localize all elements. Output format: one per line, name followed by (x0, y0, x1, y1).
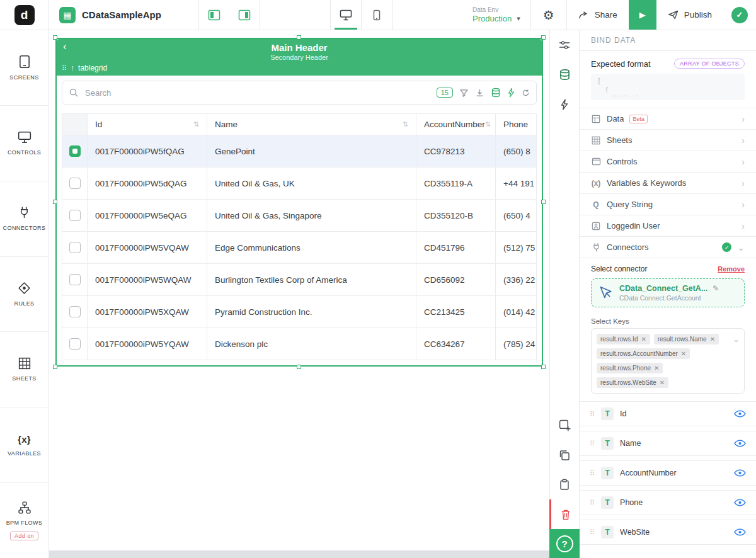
field-row-phone[interactable]: ⠿ T Phone (580, 490, 756, 515)
sidebar-item-variables[interactable]: {x} VARIABLES (0, 407, 49, 483)
sort-icon[interactable]: ⇅ (403, 120, 408, 128)
brand-logo[interactable]: d (0, 0, 49, 30)
resize-handle[interactable] (53, 200, 57, 204)
sidebar-item-connectors[interactable]: CONNECTORS (0, 181, 49, 257)
connector-card[interactable]: CData_Connect_GetA... ✎ CData Connect.Ge… (591, 278, 745, 307)
page-size-badge[interactable]: 15 (437, 88, 453, 98)
desktop-preview-button[interactable] (331, 0, 362, 30)
resize-handle[interactable] (53, 365, 57, 369)
row-checkbox[interactable] (69, 306, 81, 317)
remove-key-icon[interactable]: ✕ (654, 365, 659, 372)
bind-data-button[interactable] (549, 60, 580, 89)
row-checkbox[interactable] (69, 210, 81, 221)
drag-handle-icon[interactable]: ⠿ (590, 410, 595, 418)
remove-key-icon[interactable]: ✕ (681, 350, 686, 357)
eye-icon[interactable] (734, 440, 746, 447)
add-control-button[interactable] (549, 411, 580, 440)
drag-handle-icon[interactable]: ⠿ (590, 469, 595, 477)
control-label-row[interactable]: ⠿ ↑ tablegrid (57, 62, 542, 76)
table-row[interactable]: 0017F00000iPW5WQAW Burlington Textiles C… (62, 264, 537, 296)
publish-button[interactable]: Publish (656, 0, 723, 30)
resize-handle[interactable] (541, 35, 546, 40)
table-row[interactable]: 0017F00000iPW5YQAW Dickenson plc CC63426… (62, 328, 537, 360)
drag-handle-icon[interactable]: ⠿ (62, 64, 67, 72)
back-arrow-icon[interactable]: ‹ (63, 40, 67, 53)
design-canvas[interactable]: ‹ Main Header Secondary Header ⠿ ↑ table… (49, 30, 549, 550)
properties-button[interactable] (549, 30, 580, 60)
paste-button[interactable] (549, 470, 580, 499)
resize-handle[interactable] (297, 365, 301, 369)
remove-connector-link[interactable]: Remove (718, 265, 745, 273)
row-checkbox[interactable] (69, 145, 81, 157)
section-loggedin-user[interactable]: Loggedin User › (580, 215, 756, 236)
column-header-id[interactable]: Id⇅ (88, 114, 207, 135)
section-controls[interactable]: Controls › (580, 151, 756, 172)
resize-handle[interactable] (541, 365, 546, 369)
toggle-right-panel-icon[interactable] (229, 0, 260, 30)
sort-icon[interactable]: ⇅ (193, 120, 199, 128)
table-row[interactable]: 0017F00000iPW5VQAW Edge Communications C… (62, 232, 537, 264)
field-row-name[interactable]: ⠿ T Name (580, 431, 756, 456)
database-icon[interactable] (491, 88, 501, 98)
preview-play-button[interactable]: ▶ (629, 0, 656, 30)
column-header-phone[interactable]: Phone (496, 114, 537, 135)
help-button[interactable]: ? (549, 529, 580, 558)
resize-handle[interactable] (541, 200, 546, 204)
edit-pencil-icon[interactable]: ✎ (713, 284, 719, 293)
filter-icon[interactable] (459, 88, 469, 98)
eye-icon[interactable] (734, 410, 746, 418)
share-button[interactable]: Share (567, 0, 629, 30)
table-row[interactable]: 0017F00000iPW5fQAG GenePoint CC978213 (6… (62, 135, 537, 168)
tablegrid-control[interactable]: ‹ Main Header Secondary Header ⠿ ↑ table… (55, 38, 543, 367)
sort-icon[interactable]: ⇅ (485, 120, 491, 128)
field-row-accountnumber[interactable]: ⠿ T AccountNumber (580, 460, 756, 486)
table-row[interactable]: 0017F00000iPW5eQAG United Oil & Gas, Sin… (62, 200, 537, 232)
refresh-icon[interactable] (522, 89, 530, 97)
table-row[interactable]: 0017F00000iPW5dQAG United Oil & Gas, UK … (62, 168, 537, 200)
sidebar-item-controls[interactable]: CONTROLS (0, 106, 49, 181)
row-checkbox[interactable] (69, 338, 81, 350)
settings-button[interactable]: ⚙ (531, 0, 566, 30)
app-name: CDataSampleApp (82, 9, 161, 20)
sidebar-item-sheets[interactable]: SHEETS (0, 332, 49, 407)
sidebar-item-screens[interactable]: SCREENS (0, 30, 49, 106)
chevron-down-icon[interactable]: ⌄ (733, 334, 740, 344)
section-connectors[interactable]: Connectors ✓ ⌄ (580, 236, 756, 258)
actions-button[interactable] (549, 89, 580, 119)
sidebar-item-bpm-flows[interactable]: BPM FLOWS Add on (0, 483, 49, 558)
bind-data-panel: BIND DATA Expected format ARRAY OF OBJEC… (580, 30, 756, 558)
remove-key-icon[interactable]: ✕ (641, 336, 646, 343)
download-icon[interactable] (475, 88, 484, 98)
section-sheets[interactable]: Sheets › (580, 129, 756, 151)
remove-key-icon[interactable]: ✕ (660, 379, 665, 386)
section-query-string[interactable]: Q Query String › (580, 193, 756, 215)
column-header-name[interactable]: Name⇅ (207, 114, 416, 135)
copy-button[interactable] (549, 440, 580, 470)
row-checkbox[interactable] (69, 242, 81, 253)
eye-icon[interactable] (734, 469, 746, 477)
field-row-website[interactable]: ⠿ T WebSite (580, 520, 756, 545)
eye-icon[interactable] (734, 499, 746, 506)
row-checkbox[interactable] (69, 274, 81, 285)
remove-key-icon[interactable]: ✕ (710, 336, 715, 343)
drag-handle-icon[interactable]: ⠿ (590, 528, 595, 537)
row-checkbox[interactable] (69, 178, 81, 189)
select-keys-multiselect[interactable]: result.rows.Id✕ result.rows.Name✕ result… (591, 328, 745, 394)
lightning-icon[interactable] (507, 88, 515, 98)
resize-handle[interactable] (53, 35, 57, 40)
drag-handle-icon[interactable]: ⠿ (590, 499, 595, 507)
resize-handle[interactable] (297, 35, 301, 40)
data-env-dropdown[interactable]: Data Env Production ▾ (462, 0, 530, 30)
table-row[interactable]: 0017F00000iPW5XQAW Pyramid Construction … (62, 296, 537, 328)
toggle-left-panel-icon[interactable] (199, 0, 229, 30)
section-variables-keywords[interactable]: (x) Variables & Keywords › (580, 172, 756, 193)
delete-button[interactable] (549, 499, 580, 529)
eye-icon[interactable] (734, 528, 746, 536)
search-input[interactable] (85, 88, 430, 98)
mobile-preview-button[interactable] (362, 0, 392, 30)
sidebar-item-rules[interactable]: RULES (0, 257, 49, 333)
section-data[interactable]: Data Beta › (580, 108, 756, 129)
drag-handle-icon[interactable]: ⠿ (590, 440, 595, 448)
field-row-id[interactable]: ⠿ T Id (580, 401, 756, 426)
column-header-accountnumber[interactable]: AccountNumber⇅ (416, 114, 496, 135)
